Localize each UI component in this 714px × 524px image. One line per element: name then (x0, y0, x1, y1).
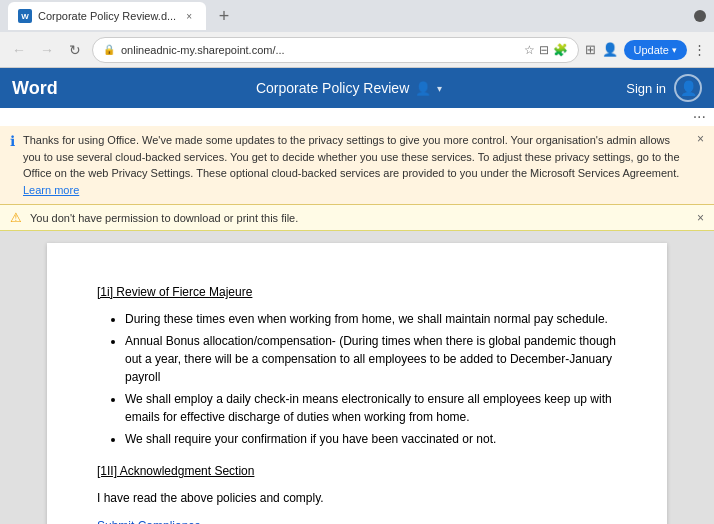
permission-text: You don't have permission to download or… (30, 212, 298, 224)
address-actions: ☆ ⊟ 🧩 (524, 43, 568, 57)
privacy-banner: ℹ Thanks for using Office. We've made so… (0, 126, 714, 205)
active-tab[interactable]: W Corporate Policy Review.d... × (8, 2, 206, 30)
compliance-text: I have read the above policies and compl… (97, 489, 617, 508)
list-item: We shall require your confirmation if yo… (125, 430, 617, 448)
doc-title-dropdown-icon[interactable]: ▾ (437, 83, 442, 94)
translate-icon[interactable]: ⊟ (539, 43, 549, 57)
more-dots-icon[interactable]: ··· (693, 108, 706, 126)
profile-button[interactable]: 👤 (602, 42, 618, 57)
submit-compliance-link[interactable]: Submit Compliance. (97, 517, 617, 524)
address-bar[interactable]: 🔒 onlineadnic-my.sharepoint.com/... ☆ ⊟ … (92, 37, 579, 63)
browser-titlebar: W Corporate Policy Review.d... × + (0, 0, 714, 32)
update-chevron-icon: ▾ (672, 45, 677, 55)
permission-banner-close[interactable]: × (697, 211, 704, 225)
list-item: During these times even when working fro… (125, 310, 617, 328)
document-container: [1i] Review of Fierce Majeure During the… (0, 231, 714, 524)
tab-favicon: W (18, 9, 32, 23)
share-icon: 👤 (415, 81, 431, 96)
browser-action-buttons: ⊞ 👤 Update ▾ ⋮ (585, 40, 706, 60)
word-toolbar: Word Corporate Policy Review 👤 ▾ Sign in… (0, 68, 714, 108)
list-item: Annual Bonus allocation/compensation- (D… (125, 332, 617, 386)
privacy-banner-close[interactable]: × (697, 132, 704, 146)
list-item: We shall employ a daily check-in means e… (125, 390, 617, 426)
signin-link[interactable]: Sign in (626, 81, 666, 96)
warning-icon: ⚠ (10, 210, 22, 225)
document-page: [1i] Review of Fierce Majeure During the… (47, 243, 667, 524)
privacy-banner-text: Thanks for using Office. We've made some… (23, 132, 689, 198)
browser-addressbar: ← → ↻ 🔒 onlineadnic-my.sharepoint.com/..… (0, 32, 714, 68)
url-text: onlineadnic-my.sharepoint.com/... (121, 44, 518, 56)
extensions-puzzle-icon[interactable]: 🧩 (553, 43, 568, 57)
user-icon: 👤 (680, 80, 697, 96)
browser-settings-icon[interactable]: ⋮ (693, 42, 706, 57)
signin-area: Sign in 👤 (626, 74, 702, 102)
section1-bullet-list: During these times even when working fro… (125, 310, 617, 448)
section1-heading: [1i] Review of Fierce Majeure (97, 283, 617, 302)
tab-title: Corporate Policy Review.d... (38, 10, 176, 22)
tab-close-button[interactable]: × (182, 9, 196, 24)
permission-banner: ⚠ You don't have permission to download … (0, 205, 714, 231)
doc-title: Corporate Policy Review (256, 80, 409, 96)
reload-button[interactable]: ↻ (64, 39, 86, 61)
bookmark-icon[interactable]: ☆ (524, 43, 535, 57)
browser-menu-dot[interactable] (694, 10, 706, 22)
learn-more-link[interactable]: Learn more (23, 184, 79, 196)
lock-icon: 🔒 (103, 44, 115, 55)
back-button[interactable]: ← (8, 39, 30, 61)
extensions-icon[interactable]: ⊞ (585, 42, 596, 57)
info-icon: ℹ (10, 133, 15, 149)
forward-button[interactable]: → (36, 39, 58, 61)
user-avatar-circle[interactable]: 👤 (674, 74, 702, 102)
new-tab-button[interactable]: + (210, 2, 238, 30)
more-options-row: ··· (0, 108, 714, 126)
update-button[interactable]: Update ▾ (624, 40, 687, 60)
doc-title-area: Corporate Policy Review 👤 ▾ (72, 80, 626, 96)
word-logo: Word (12, 78, 72, 99)
section2-heading: [1II] Acknowledgment Section (97, 462, 617, 481)
